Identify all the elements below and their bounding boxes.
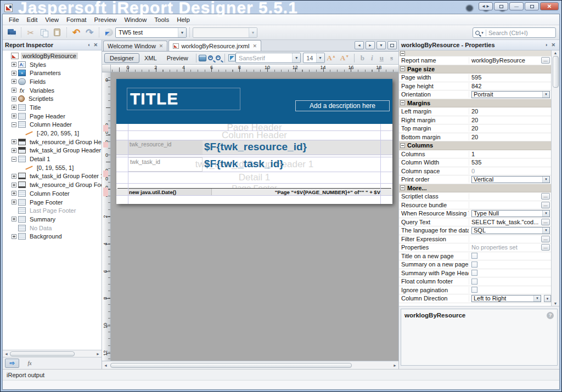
scroll-thumb[interactable] bbox=[10, 351, 75, 356]
design-canvas[interactable]: TITLE Add a description here Page Header… bbox=[111, 72, 398, 361]
collapse-icon[interactable] bbox=[400, 66, 405, 71]
collapse-icon[interactable] bbox=[400, 143, 405, 148]
scroll-right-icon[interactable]: ► bbox=[391, 361, 398, 369]
tree-item-scriptlets[interactable]: Scriptlets bbox=[3, 94, 102, 103]
collapse-icon[interactable] bbox=[400, 185, 405, 190]
tab-close-icon[interactable]: ✕ bbox=[252, 43, 257, 49]
font-size-combobox[interactable]: 14 ▼ bbox=[303, 53, 324, 63]
properties-collapse-row[interactable] bbox=[399, 50, 551, 56]
styles-button[interactable] bbox=[228, 53, 235, 63]
property-checkbox[interactable] bbox=[471, 270, 477, 276]
expand-icon[interactable] bbox=[12, 174, 16, 179]
tree-item-page-header[interactable]: Page Header bbox=[3, 112, 102, 121]
secondary-combobox[interactable]: ▼ bbox=[193, 27, 257, 38]
ellipsis-button[interactable]: ... bbox=[541, 236, 550, 242]
dock-minimize-icon[interactable]: ◖ bbox=[86, 42, 92, 48]
save-all-button[interactable] bbox=[5, 26, 18, 38]
scroll-left-icon[interactable]: ◄ bbox=[3, 350, 10, 357]
font-family-combobox[interactable]: SansSerif ▼ bbox=[235, 53, 301, 63]
expand-icon[interactable] bbox=[12, 96, 16, 101]
column-header-band[interactable]: Column Header bbox=[116, 131, 392, 140]
filter-parameters-button[interactable]: ⇨ bbox=[5, 359, 19, 368]
task-group-header-band[interactable]: twk_task_id Group Header 1 twk_task_id $… bbox=[116, 157, 392, 172]
collapse-icon[interactable] bbox=[12, 157, 16, 162]
page-header-band[interactable]: Page Header bbox=[116, 124, 392, 131]
expand-icon[interactable] bbox=[12, 62, 16, 67]
ellipsis-button[interactable]: ... bbox=[541, 219, 550, 225]
scroll-up-icon[interactable]: ▲ bbox=[554, 51, 558, 55]
compat-buttons-icon[interactable]: ◄► bbox=[479, 2, 493, 10]
expand-icon[interactable] bbox=[12, 200, 16, 204]
collapse-icon[interactable] bbox=[400, 51, 405, 56]
search-input[interactable] bbox=[488, 30, 553, 36]
collapse-icon[interactable] bbox=[12, 122, 16, 127]
resource-group-header-band[interactable]: twk_resource_id $F{twk_resource_id} bbox=[116, 140, 392, 155]
editor-maximize-button[interactable] bbox=[387, 41, 397, 49]
title-band[interactable]: TITLE Add a description here bbox=[116, 79, 392, 124]
expand-icon[interactable] bbox=[12, 88, 16, 93]
property-value[interactable]: 20 bbox=[471, 134, 551, 140]
tabs-scroll-left-button[interactable]: ◄ bbox=[355, 41, 364, 49]
tabs-list-button[interactable]: ▼ bbox=[376, 41, 386, 49]
property-checkbox[interactable] bbox=[471, 262, 477, 268]
property-value[interactable]: SELECT twk_task."cod... bbox=[471, 219, 539, 225]
ellipsis-button[interactable]: ... bbox=[541, 193, 550, 200]
minimize-button[interactable]: — bbox=[509, 2, 524, 10]
editor-hscrollbar[interactable]: ◄ ► bbox=[102, 361, 398, 369]
description-textfield[interactable]: Add a description here bbox=[295, 100, 390, 111]
tab-close-icon[interactable]: ✕ bbox=[159, 43, 164, 49]
date-expression-field[interactable]: new java.util.Date() bbox=[128, 189, 212, 195]
scroll-thumb[interactable] bbox=[110, 363, 352, 368]
property-value[interactable]: 595 bbox=[471, 74, 551, 81]
mode-preview-button[interactable]: Preview bbox=[162, 54, 193, 63]
property-value[interactable]: No properties set bbox=[471, 244, 539, 251]
tab-welcome-window[interactable]: Welcome Window✕ bbox=[103, 41, 167, 51]
tree-item-variables[interactable]: fxVariables bbox=[3, 86, 102, 95]
property-section-margins[interactable]: Margins bbox=[399, 99, 551, 108]
paste-button[interactable] bbox=[50, 26, 64, 38]
tree-item-detail-1[interactable]: Detail 1 bbox=[3, 155, 102, 163]
italic-button[interactable]: i bbox=[368, 54, 376, 63]
copy-button[interactable] bbox=[37, 26, 50, 38]
expand-icon[interactable] bbox=[12, 183, 16, 188]
increase-font-button[interactable]: A▲ bbox=[325, 54, 338, 63]
tree-item-worklogbyresource[interactable]: worklogByResource bbox=[3, 52, 102, 60]
property-value[interactable]: 535 bbox=[471, 159, 551, 166]
expand-icon[interactable] bbox=[12, 71, 16, 76]
close-button[interactable]: ✕ bbox=[540, 2, 559, 10]
property-section-page-size[interactable]: Page size bbox=[399, 65, 551, 74]
properties-vscrollbar[interactable]: ▲ ▼ bbox=[551, 50, 559, 306]
footer-fields-band[interactable]: new java.util.Date() "Page "+$V{PAGE_NUM… bbox=[116, 189, 392, 196]
property-select[interactable]: Type Null▼ bbox=[471, 210, 550, 217]
cut-button[interactable]: ✂ bbox=[24, 26, 37, 38]
tree-item-page-footer[interactable]: Page Footer bbox=[3, 198, 102, 207]
property-value[interactable]: 20 bbox=[471, 108, 551, 115]
dock-close-icon[interactable]: ✕ bbox=[549, 42, 557, 48]
tree-item--0-19-555-1-[interactable]: [0, 19, 555, 1] bbox=[3, 163, 102, 172]
property-value[interactable]: 842 bbox=[471, 83, 551, 89]
decrease-font-button[interactable]: A▼ bbox=[338, 54, 351, 63]
property-value[interactable]: 20 bbox=[471, 117, 551, 123]
maximize-button[interactable] bbox=[525, 2, 539, 10]
property-value[interactable]: 1 bbox=[471, 151, 551, 157]
tree-item-last-page-footer[interactable]: Last Page Footer bbox=[3, 206, 102, 215]
expand-icon[interactable] bbox=[12, 113, 16, 118]
ellipsis-button[interactable]: ... bbox=[541, 202, 550, 208]
property-select[interactable]: Portrait▼ bbox=[471, 91, 550, 98]
mode-xml-button[interactable]: XML bbox=[139, 54, 162, 63]
tree-item-title[interactable]: Title bbox=[3, 103, 102, 112]
tree-item-twk_task_id-group-footer-1[interactable]: twk_task_id Group Footer 1 bbox=[3, 172, 102, 181]
redo-button[interactable]: ↷ bbox=[83, 26, 96, 38]
property-select[interactable]: SQL▼ bbox=[471, 227, 550, 234]
property-select[interactable]: Vertical▼ bbox=[471, 176, 550, 183]
datasource-combobox[interactable]: TW5 test ▼ bbox=[115, 27, 187, 38]
expand-icon[interactable] bbox=[12, 139, 16, 144]
tree-item-column-header[interactable]: Column Header bbox=[3, 121, 102, 129]
title-textfield[interactable]: TITLE bbox=[127, 88, 240, 110]
bottom-band[interactable] bbox=[116, 196, 392, 204]
tree-item-fields[interactable]: Fields bbox=[3, 77, 102, 86]
ellipsis-button[interactable]: ... bbox=[541, 57, 550, 64]
inspector-hscrollbar[interactable]: ◄ ► bbox=[3, 350, 102, 357]
ellipsis-button[interactable]: ... bbox=[541, 244, 550, 251]
tree-item--20-20-595-1-[interactable]: [-20, 20, 595, 1] bbox=[3, 129, 102, 138]
